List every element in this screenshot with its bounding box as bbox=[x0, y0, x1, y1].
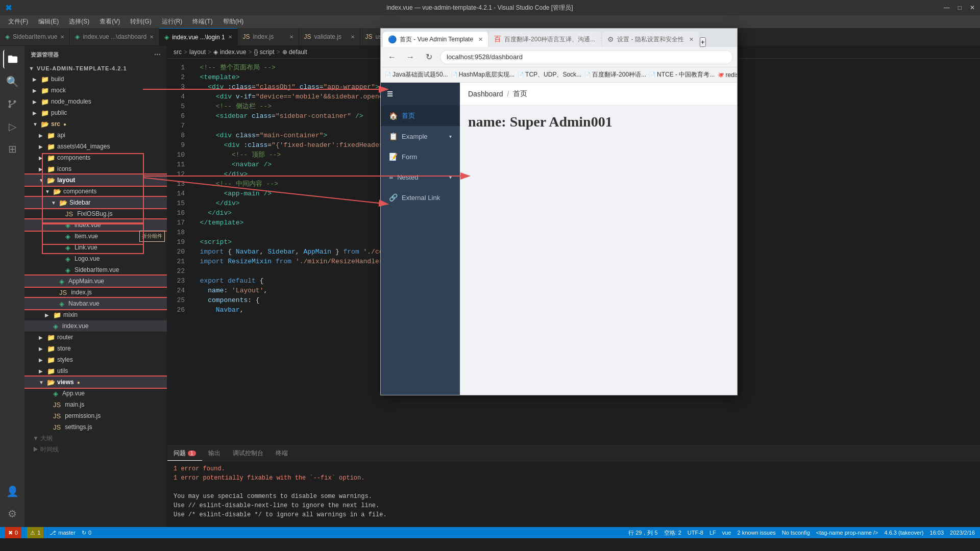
tree-app-vue[interactable]: ◈App.vue bbox=[24, 388, 167, 399]
bookmark-ntce[interactable]: 📄NTCE - 中国教育考... bbox=[649, 70, 715, 79]
browser-tab-vue-admin[interactable]: 🔵 首页 - Vue Admin Template ✕ bbox=[383, 32, 488, 47]
tree-icons[interactable]: ▶📁icons bbox=[24, 163, 167, 174]
tree-api[interactable]: ▶📁api bbox=[24, 130, 167, 141]
activity-debug[interactable]: ▷ bbox=[3, 117, 21, 136]
tree-assets[interactable]: ▶📁assets\404_images bbox=[24, 141, 167, 152]
menu-run[interactable]: 运行(R) bbox=[158, 16, 187, 27]
activity-explorer[interactable] bbox=[3, 50, 21, 68]
bookmark-redis[interactable]: 🐙redis bbox=[718, 71, 737, 79]
tab-close[interactable]: ✕ bbox=[351, 34, 355, 40]
tree-node_modules[interactable]: ▶📁node_modules bbox=[24, 96, 167, 107]
tree-permission-js[interactable]: JSpermission.js bbox=[24, 410, 167, 421]
activity-account[interactable]: 👤 bbox=[3, 482, 21, 500]
status-spaces[interactable]: 空格: 2 bbox=[664, 529, 681, 537]
status-version[interactable]: 4.6.3 (takeover) bbox=[884, 529, 923, 537]
menu-edit[interactable]: 编辑(E) bbox=[34, 16, 63, 27]
tree-appmain-vue[interactable]: ◈AppMain.vue bbox=[24, 276, 167, 287]
maximize-button[interactable]: □ bbox=[958, 4, 962, 11]
bookmark-hashmap[interactable]: 📄HashMap底层实现... bbox=[451, 70, 514, 79]
tree-mock[interactable]: ▶📁mock bbox=[24, 85, 167, 96]
back-button[interactable]: ← bbox=[385, 50, 399, 64]
status-encoding[interactable]: UTF-8 bbox=[688, 529, 703, 537]
status-tsconfig[interactable]: No tsconfig bbox=[782, 529, 810, 537]
activity-git[interactable] bbox=[3, 95, 21, 113]
bookmark-baidu-translate[interactable]: 📄百度翻译-200种语... bbox=[584, 70, 646, 79]
sidebar-menu-form[interactable]: 📝 Form bbox=[381, 146, 460, 167]
tree-public[interactable]: ▶📁public bbox=[24, 107, 167, 118]
refresh-button[interactable]: ↻ bbox=[422, 50, 436, 64]
url-bar[interactable] bbox=[440, 50, 733, 64]
forward-button[interactable]: → bbox=[403, 50, 418, 64]
browser-tab-translate[interactable]: 百 百度翻译-200种语言互译、沟通... ✕ bbox=[489, 32, 601, 47]
tree-src[interactable]: ▼📂src● bbox=[24, 118, 167, 130]
tree-styles[interactable]: ▶📁styles bbox=[24, 354, 167, 365]
tree-layout[interactable]: ▼📂layout bbox=[24, 174, 167, 186]
bookmark-tcp[interactable]: 📄TCP、UDP、Sock... bbox=[518, 70, 581, 79]
menu-help[interactable]: 帮助(H) bbox=[219, 16, 248, 27]
tree-sidebar-folder[interactable]: ▼📂Sidebar bbox=[24, 197, 167, 208]
sidebar-menu-external[interactable]: 🔗 External Link bbox=[381, 187, 460, 208]
menu-view[interactable]: 查看(V) bbox=[95, 16, 124, 27]
tree-mixin[interactable]: ▶📁mixin bbox=[24, 309, 167, 320]
tree-build[interactable]: ▶📁build bbox=[24, 73, 167, 85]
browser-tab-close[interactable]: ✕ bbox=[689, 36, 694, 43]
tree-navbar-vue[interactable]: ◈Navbar.vue bbox=[24, 298, 167, 309]
tree-main-js[interactable]: JSmain.js bbox=[24, 399, 167, 410]
tab-indexjs[interactable]: JS index.js ✕ bbox=[238, 28, 299, 45]
browser-tab-close[interactable]: ✕ bbox=[600, 36, 601, 43]
sidebar-menu-home[interactable]: 🏠 首页 bbox=[381, 106, 460, 126]
status-known-issues[interactable]: 2 known issues bbox=[738, 529, 776, 537]
menu-select[interactable]: 选择(S) bbox=[65, 16, 93, 27]
bookmark-java[interactable]: 📄Java基础面试题50... bbox=[385, 70, 448, 79]
tree-item-vue[interactable]: ◈Item.vue 折分组件 bbox=[24, 231, 167, 242]
menu-file[interactable]: 文件(F) bbox=[4, 16, 32, 27]
tree-index-vue-sidebar[interactable]: ◈index.vue bbox=[24, 219, 167, 231]
tree-components[interactable]: ▶📁components bbox=[24, 152, 167, 163]
status-line-col[interactable]: 行 29，列 5 bbox=[628, 529, 657, 537]
status-line-ending[interactable]: LF bbox=[709, 529, 716, 537]
tab-index-dashboard[interactable]: ◈ index.vue ...\dashboard ✕ bbox=[70, 28, 159, 45]
tree-views[interactable]: ▼📂views● bbox=[24, 377, 167, 388]
tab-validatejs[interactable]: JS validate.js ✕ bbox=[299, 28, 360, 45]
tab-close[interactable]: ✕ bbox=[150, 34, 154, 40]
status-tag-name[interactable]: <tag-name prop-name /> bbox=[816, 529, 878, 537]
status-warnings[interactable]: ⚠ 1 bbox=[27, 527, 43, 538]
tree-store[interactable]: ▶📁store bbox=[24, 343, 167, 354]
minimize-button[interactable]: — bbox=[944, 4, 950, 11]
tree-link-vue[interactable]: ◈Link.vue bbox=[24, 242, 167, 253]
hamburger-icon[interactable]: ☰ bbox=[387, 90, 393, 98]
panel-tab-terminal[interactable]: 终端 bbox=[270, 446, 294, 461]
status-sync[interactable]: ↻ 0 bbox=[82, 527, 91, 538]
activity-search[interactable]: 🔍 bbox=[3, 72, 21, 91]
status-errors[interactable]: ✖ 0 bbox=[5, 527, 21, 538]
tree-utils[interactable]: ▶📁utils bbox=[24, 365, 167, 377]
tree-expand[interactable]: ▼ 大纲 bbox=[24, 433, 167, 444]
tree-layout-components[interactable]: ▼📂components bbox=[24, 186, 167, 197]
tab-index-login[interactable]: ◈ index.vue ...\login 1 ✕ bbox=[159, 28, 237, 45]
tree-router[interactable]: ▶📁router bbox=[24, 332, 167, 343]
panel-tab-debug[interactable]: 调试控制台 bbox=[227, 446, 270, 461]
tree-sidebaritem-vue[interactable]: ◈SidebarItem.vue bbox=[24, 264, 167, 276]
activity-extensions[interactable]: ⊞ bbox=[3, 140, 21, 158]
explorer-options[interactable]: ··· bbox=[154, 50, 161, 59]
close-button[interactable]: ✕ bbox=[970, 4, 975, 11]
browser-tab-settings[interactable]: ⚙ 设置 - 隐私设置和安全性 ✕ bbox=[602, 32, 699, 47]
tab-sidebaritem[interactable]: ◈ SidebarItem.vue ✕ bbox=[0, 28, 70, 45]
sidebar-menu-nested[interactable]: ≡ Nested ▾ bbox=[381, 167, 460, 187]
tree-index-js[interactable]: JSindex.js bbox=[24, 287, 167, 298]
sidebar-menu-example[interactable]: 📋 Example ▾ bbox=[381, 126, 460, 146]
tree-settings-js[interactable]: JSsettings.js bbox=[24, 421, 167, 433]
menu-goto[interactable]: 转到(G) bbox=[126, 16, 155, 27]
tree-logo-vue[interactable]: ◈Logo.vue bbox=[24, 253, 167, 264]
activity-settings[interactable]: ⚙ bbox=[3, 505, 21, 523]
menu-terminal[interactable]: 终端(T) bbox=[188, 16, 216, 27]
status-branch[interactable]: ⎇ master bbox=[50, 527, 76, 538]
project-name[interactable]: ▼ VUE-ADMIN-TEMPLATE-4.2.1 bbox=[24, 63, 167, 73]
new-tab-button[interactable]: + bbox=[700, 37, 706, 47]
status-language[interactable]: vue bbox=[722, 529, 731, 537]
browser-tab-close[interactable]: ✕ bbox=[478, 36, 483, 43]
tab-close[interactable]: ✕ bbox=[289, 34, 293, 40]
tree-fixiosbug[interactable]: JSFixiOSBug.js bbox=[24, 208, 167, 219]
panel-tab-problems[interactable]: 问题 1 bbox=[167, 446, 202, 461]
tab-close[interactable]: ✕ bbox=[228, 34, 232, 40]
